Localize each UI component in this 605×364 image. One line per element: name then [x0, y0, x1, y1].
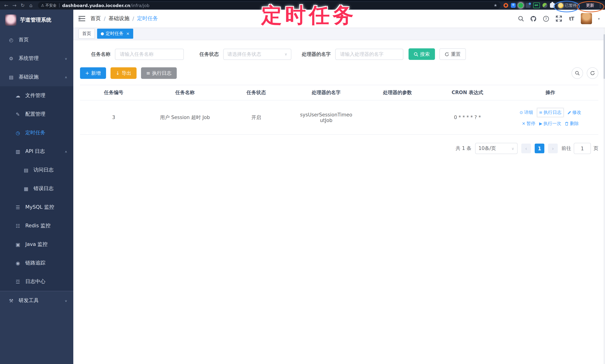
active-tag-dot — [101, 32, 104, 35]
toolbox-icon: ⚒ — [8, 298, 14, 303]
job-log-button[interactable]: ≡ 执行日志 — [141, 67, 177, 79]
goto-page-input[interactable] — [574, 143, 591, 154]
refresh-button[interactable] — [587, 67, 598, 79]
url-host: dashboard.yudao.iocoder.cn — [62, 3, 130, 8]
browser-update-button[interactable]: 更新 — [583, 2, 598, 9]
extension-icon-leaf[interactable] — [542, 3, 547, 8]
page-size-select[interactable]: 10条/页 ∨ — [475, 143, 518, 154]
row-job-log-link[interactable]: ≡ 执行日志 — [537, 108, 564, 117]
jobs-table: 任务编号 任务名称 任务状态 处理器的名字 处理器的参数 CRON 表达式 操作… — [80, 85, 598, 135]
omnibox-divider — [59, 3, 60, 7]
user-menu-caret-icon[interactable]: ▾ — [598, 16, 600, 21]
user-avatar[interactable] — [581, 13, 592, 24]
table-toolbar: + 新增 ↓ 导出 ≡ 执行日志 — [80, 67, 598, 79]
browser-back-button[interactable]: ← — [2, 3, 10, 8]
sidebar-item-home[interactable]: ◴ 首页 — [0, 30, 73, 49]
browser-forward-button[interactable]: → — [10, 3, 19, 8]
pause-link[interactable]: ✕ 暂停 — [522, 120, 535, 127]
sidebar-item-dev-tools[interactable]: ⚒ 研发工具 ∨ — [0, 291, 73, 310]
cloud-upload-icon: ☁ — [15, 93, 21, 98]
delete-link[interactable]: 删除 — [565, 120, 579, 127]
prev-page-button[interactable]: ‹ — [521, 143, 531, 153]
col-handler-name: 处理器的名字 — [290, 85, 362, 100]
topbar: 首页 / 基础设施 / 定时任务 ? — [73, 10, 605, 27]
handler-name-input[interactable] — [339, 51, 399, 57]
sidebar-item-trace[interactable]: ◉ 链路追踪 — [0, 254, 73, 272]
sidebar-item-infrastructure[interactable]: ▤ 基础设施 ∧ — [0, 68, 73, 86]
pagination: 共 1 条 10条/页 ∨ ‹ 1 › 前往 页 — [80, 143, 598, 154]
tag-scheduled-jobs[interactable]: 定时任务 × — [97, 29, 133, 39]
sidebar-item-file-management[interactable]: ☁ 文件管理 — [0, 86, 73, 105]
extension-icon-grid[interactable] — [526, 3, 530, 8]
app-logo[interactable]: 芋道管理系统 — [0, 10, 73, 30]
detail-link[interactable]: ⊙ 详细 — [520, 109, 533, 116]
col-job-id: 任务编号 — [80, 85, 147, 100]
filter-form: 任务名称 任务状态 请选择任务状态 ∨ 处理器的名字 — [91, 48, 598, 60]
sidebar-item-redis-monitor[interactable]: ☷ Redis 监控 — [0, 217, 73, 235]
log-center-icon: ☲ — [15, 279, 21, 284]
job-name-input[interactable] — [119, 51, 180, 57]
download-icon: ↓ — [116, 70, 120, 76]
breadcrumb-current[interactable]: 定时任务 — [137, 15, 158, 22]
font-size-icon[interactable]: tT — [568, 15, 575, 22]
sidebar-item-log-center[interactable]: ☲ 日志中心 — [0, 272, 73, 291]
tags-bar: 首页 定时任务 × — [73, 27, 605, 40]
sidebar-item-scheduled-jobs[interactable]: ◷ 定时任务 — [0, 124, 73, 142]
emoji-avatar — [558, 3, 563, 8]
log-icon: ▥ — [15, 149, 21, 154]
app-title: 芋道管理系统 — [20, 17, 51, 24]
scrollbar-track[interactable] — [604, 19, 605, 364]
edit-link[interactable]: 修改 — [567, 109, 581, 116]
profile-paused-chip[interactable]: 已暂停 — [557, 2, 580, 9]
reset-button[interactable]: 重置 — [439, 48, 466, 60]
extension-icon-green[interactable] — [518, 3, 523, 8]
table-header-row: 任务编号 任务名称 任务状态 处理器的名字 处理器的参数 CRON 表达式 操作 — [80, 85, 598, 100]
extension-on-badge[interactable]: on — [533, 3, 540, 8]
breadcrumb-infrastructure[interactable]: 基础设施 — [108, 15, 129, 22]
col-cron: CRON 表达式 — [432, 85, 502, 100]
tag-home[interactable]: 首页 — [79, 29, 95, 39]
sidebar-item-java-monitor[interactable]: ▣ Java 监控 — [0, 235, 73, 254]
search-button[interactable]: 搜索 — [408, 48, 435, 60]
sidebar-item-api-log[interactable]: ▥ API 日志 ∧ — [0, 142, 73, 161]
github-icon[interactable] — [530, 15, 537, 22]
col-job-status: 任务状态 — [223, 85, 290, 100]
bookmark-star-icon[interactable]: ★ — [494, 3, 497, 8]
sidebar-item-system-management[interactable]: ⚙ 系统管理 ∨ — [0, 49, 73, 68]
run-once-link[interactable]: ▶ 执行一次 — [539, 120, 561, 127]
pagination-total: 共 1 条 — [456, 145, 472, 152]
sidebar-item-error-log[interactable]: ▦ 错误日志 — [0, 179, 73, 198]
address-bar[interactable]: ⚠ 不安全 dashboard.yudao.iocoder.cn/infra/j… — [38, 2, 500, 9]
sidebar-item-config-management[interactable]: ✎ 配置管理 — [0, 105, 73, 124]
scrollbar-thumb[interactable] — [604, 34, 605, 79]
chevron-down-icon: ∨ — [284, 52, 287, 56]
trash-icon — [565, 122, 569, 126]
browser-menu-button[interactable]: ⋮ — [598, 3, 603, 8]
browser-reload-button[interactable]: ↻ — [19, 3, 27, 8]
handler-name-label: 处理器的名字 — [302, 51, 331, 57]
database-icon: ☰ — [15, 204, 21, 210]
extensions-puzzle-icon[interactable] — [550, 3, 554, 8]
job-status-select[interactable]: 请选择任务状态 ∨ — [223, 49, 291, 60]
sidebar-item-access-log[interactable]: ▤ 访问日志 — [0, 161, 73, 179]
toggle-search-button[interactable] — [572, 67, 583, 79]
browser-home-button[interactable]: ⌂ — [27, 3, 35, 8]
eye-icon: ◉ — [15, 260, 21, 266]
svg-text:?: ? — [545, 16, 547, 21]
sidebar-item-mysql-monitor[interactable]: ☰ MySQL 监控 — [0, 198, 73, 217]
fullscreen-icon[interactable] — [555, 15, 562, 22]
extension-icons: on — [503, 3, 554, 8]
add-button[interactable]: + 新增 — [80, 67, 106, 79]
search-icon[interactable] — [518, 15, 524, 22]
next-page-button[interactable]: › — [548, 143, 558, 153]
breadcrumb: 首页 / 基础设施 / 定时任务 — [91, 15, 158, 22]
page-number-button[interactable]: 1 — [535, 143, 544, 153]
sidebar-collapse-icon[interactable] — [79, 16, 85, 21]
breadcrumb-home[interactable]: 首页 — [91, 15, 101, 22]
cell-job-status: 开启 — [223, 100, 290, 134]
extension-icon-orange[interactable] — [503, 3, 508, 8]
extension-icon-blue[interactable] — [511, 3, 515, 8]
tag-close-icon[interactable]: × — [126, 31, 130, 36]
export-button[interactable]: ↓ 导出 — [110, 67, 137, 79]
help-icon[interactable]: ? — [543, 15, 550, 22]
